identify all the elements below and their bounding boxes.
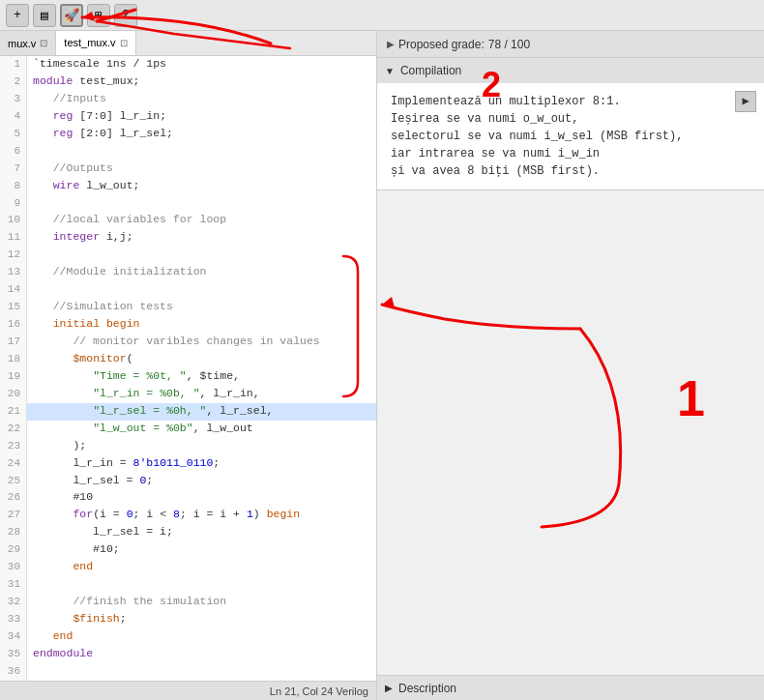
toolbar: + ▤ 🚀 ⊞ 2 bbox=[0, 0, 764, 31]
table-row: 14 bbox=[0, 281, 376, 299]
compilation-line-1: Implementează un multiplexor 8:1. bbox=[391, 93, 750, 110]
tab-test-mux[interactable]: test_mux.v ⊡ bbox=[56, 31, 135, 55]
file-icon: ▤ bbox=[41, 8, 48, 23]
table-row: 32 //finish the simulation bbox=[0, 594, 376, 611]
table-row: 36 bbox=[0, 663, 376, 681]
compilation-line-3: selectorul se va numi i_w_sel (MSB first… bbox=[391, 128, 750, 145]
run-icon: ▶ bbox=[742, 93, 749, 110]
right-panel-spacer bbox=[377, 190, 764, 675]
table-row: 25 l_r_sel = 0; bbox=[0, 473, 376, 490]
compilation-section: ▼ Compilation ▶ Implementează un multipl… bbox=[377, 58, 764, 190]
rocket-button[interactable]: 🚀 bbox=[60, 4, 83, 27]
table-row: 2 module test_mux; bbox=[0, 73, 376, 91]
table-row: 20 "l_r_in = %0b, ", l_r_in, bbox=[0, 386, 376, 403]
table-row: 23 ); bbox=[0, 438, 376, 455]
compilation-line-2: Ieșirea se va numi o_w_out, bbox=[391, 110, 750, 128]
table-row: 19 "Time = %0t, ", $time, bbox=[0, 368, 376, 386]
table-row: 6 bbox=[0, 143, 376, 160]
plus-icon: + bbox=[14, 8, 21, 22]
description-header[interactable]: ▶ Description bbox=[377, 675, 764, 700]
table-row: 21 "l_r_sel = %0h, ", l_r_sel, bbox=[0, 403, 376, 421]
tab-bar: mux.v ⊡ test_mux.v ⊡ bbox=[0, 31, 376, 56]
table-row: 30 end bbox=[0, 559, 376, 576]
main-container: mux.v ⊡ test_mux.v ⊡ 1 `timescale 1ns / … bbox=[0, 31, 764, 700]
file-button[interactable]: ▤ bbox=[33, 4, 56, 27]
compilation-arrow-icon: ▼ bbox=[385, 66, 395, 76]
description-label: Description bbox=[398, 682, 456, 695]
right-panel: ▶ Proposed grade: 78 / 100 ▼ Compilation… bbox=[377, 31, 764, 700]
description-section: ▶ Description bbox=[377, 675, 764, 700]
description-arrow-icon: ▶ bbox=[385, 683, 393, 693]
compilation-label: Compilation bbox=[400, 64, 461, 77]
table-row: 22 "l_w_out = %0b", l_w_out bbox=[0, 421, 376, 438]
table-row: 26 #10 bbox=[0, 489, 376, 507]
tab-test-mux-close[interactable]: ⊡ bbox=[120, 38, 128, 48]
number-icon: 2 bbox=[122, 8, 130, 22]
compilation-header[interactable]: ▼ Compilation bbox=[377, 58, 764, 83]
table-row: 17 // monitor varibles changes in values bbox=[0, 334, 376, 351]
table-row: 24 l_r_in = 8'b1011_0110; bbox=[0, 455, 376, 473]
table-row: 12 bbox=[0, 247, 376, 264]
table-row: 27 for(i = 0; i < 8; i = i + 1) begin bbox=[0, 507, 376, 524]
table-row: 15 //Simulation tests bbox=[0, 299, 376, 316]
status-text: Ln 21, Col 24 Verilog bbox=[270, 685, 368, 697]
layout-button[interactable]: ⊞ bbox=[87, 4, 110, 27]
table-row: 33 $finish; bbox=[0, 611, 376, 628]
table-row: 5 reg [2:0] l_r_sel; bbox=[0, 126, 376, 143]
code-lines: 1 `timescale 1ns / 1ps 2 module test_mux… bbox=[0, 56, 376, 681]
table-row: 10 //local variables for loop bbox=[0, 212, 376, 229]
table-row: 31 bbox=[0, 576, 376, 594]
grade-value: 78 / 100 bbox=[488, 38, 530, 51]
table-row: 4 reg [7:0] l_r_in; bbox=[0, 108, 376, 126]
grade-bar: ▶ Proposed grade: 78 / 100 bbox=[377, 31, 764, 58]
table-row: 34 end bbox=[0, 628, 376, 646]
compilation-line-4: iar intrarea se va numi i_w_in bbox=[391, 145, 750, 162]
table-row: 3 //Inputs bbox=[0, 91, 376, 108]
status-bar: Ln 21, Col 24 Verilog bbox=[0, 681, 376, 700]
editor-panel: mux.v ⊡ test_mux.v ⊡ 1 `timescale 1ns / … bbox=[0, 31, 377, 700]
number-button[interactable]: 2 bbox=[114, 4, 137, 27]
tab-mux-label: mux.v bbox=[8, 38, 36, 49]
table-row: 18 $monitor( bbox=[0, 351, 376, 368]
compilation-line-5: și va avea 8 biți (MSB first). bbox=[391, 162, 750, 180]
table-row: 1 `timescale 1ns / 1ps bbox=[0, 56, 376, 73]
code-editor[interactable]: 1 `timescale 1ns / 1ps 2 module test_mux… bbox=[0, 56, 376, 681]
table-row: 9 bbox=[0, 195, 376, 213]
grade-triangle-icon: ▶ bbox=[387, 39, 395, 49]
rocket-icon: 🚀 bbox=[64, 8, 79, 23]
tab-mux-close[interactable]: ⊡ bbox=[40, 38, 47, 48]
table-row: 35 endmodule bbox=[0, 646, 376, 663]
table-row: 29 #10; bbox=[0, 541, 376, 559]
tab-mux[interactable]: mux.v ⊡ bbox=[0, 31, 56, 55]
add-button[interactable]: + bbox=[6, 4, 29, 27]
tab-test-mux-label: test_mux.v bbox=[64, 37, 115, 48]
layout-icon: ⊞ bbox=[95, 8, 103, 23]
table-row: 11 integer i,j; bbox=[0, 229, 376, 247]
table-row: 28 l_r_sel = i; bbox=[0, 524, 376, 541]
table-row: 13 //Module initialization bbox=[0, 264, 376, 281]
compilation-content: ▶ Implementează un multiplexor 8:1. Ieși… bbox=[377, 83, 764, 190]
run-button[interactable]: ▶ bbox=[735, 91, 756, 112]
grade-label: Proposed grade: bbox=[398, 38, 485, 51]
table-row: 7 //Outputs bbox=[0, 160, 376, 178]
table-row: 16 initial begin bbox=[0, 316, 376, 334]
table-row: 8 wire l_w_out; bbox=[0, 178, 376, 195]
